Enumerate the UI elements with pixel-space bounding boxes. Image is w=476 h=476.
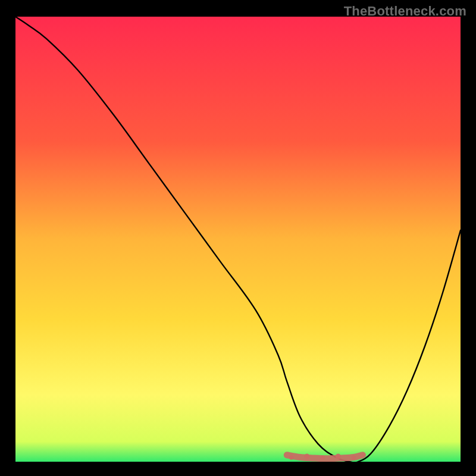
gradient-background: [15, 17, 461, 462]
optimal-region-dot: [336, 454, 341, 459]
optimal-region-marker: [287, 455, 362, 459]
optimal-region-dot: [289, 456, 293, 460]
optimal-region-dot: [352, 456, 356, 460]
bottleneck-chart: [15, 17, 461, 462]
chart-frame: TheBottleneck.com: [0, 0, 476, 476]
watermark-text: TheBottleneck.com: [344, 4, 466, 19]
optimal-region-dot: [304, 454, 309, 459]
optimal-region-dot: [321, 456, 325, 460]
